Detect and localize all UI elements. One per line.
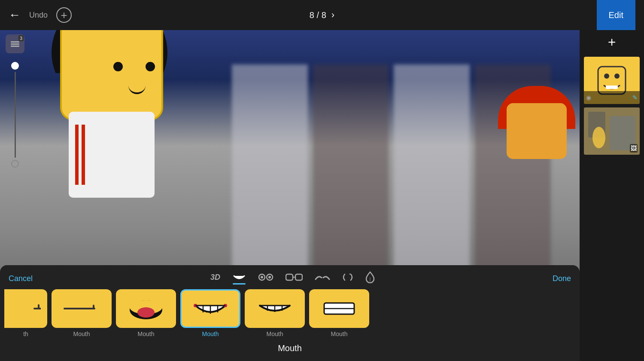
tab-glasses[interactable] bbox=[286, 272, 303, 285]
svg-rect-0 bbox=[11, 41, 19, 43]
mouth-item-partial[interactable]: th bbox=[4, 289, 47, 337]
back-button[interactable]: ← bbox=[9, 8, 21, 22]
slider-track[interactable] bbox=[15, 72, 16, 158]
svg-rect-7 bbox=[598, 67, 626, 94]
slider-top[interactable] bbox=[11, 62, 19, 70]
mouth-item-label-6: Mouth bbox=[331, 330, 348, 337]
thumbnail-1[interactable]: ◉ ✎ bbox=[584, 57, 640, 104]
svg-point-9 bbox=[614, 73, 620, 79]
top-toolbar: ← Undo + 8 / 8 › Edit bbox=[0, 0, 644, 30]
page-indicator: 8 / 8 bbox=[310, 10, 326, 20]
svg-point-32 bbox=[137, 307, 155, 318]
layer-badge[interactable]: 3 bbox=[6, 34, 24, 53]
right-panel: + ◉ ✎ bbox=[580, 30, 644, 361]
right-panel-add-button[interactable]: + bbox=[608, 34, 616, 50]
tab-icons: 3D bbox=[46, 271, 540, 286]
lego-figure-left bbox=[26, 30, 240, 271]
thumb1-overlay: ◉ ✎ bbox=[584, 91, 640, 104]
lego-head-right bbox=[507, 103, 567, 159]
toolbar-left: ← Undo + bbox=[9, 7, 597, 23]
mouth-tile-2 bbox=[52, 289, 112, 328]
undo-button[interactable]: Undo bbox=[29, 11, 48, 20]
add-circle-button[interactable]: + bbox=[56, 7, 72, 23]
mouth-item-2[interactable]: Mouth bbox=[52, 289, 112, 337]
tab-brows[interactable] bbox=[315, 273, 330, 284]
body-stripe-2 bbox=[82, 125, 85, 185]
svg-point-14 bbox=[592, 127, 605, 148]
lego-body bbox=[69, 112, 155, 198]
mouth-tile-partial bbox=[4, 289, 47, 328]
lego-figure-right bbox=[498, 103, 575, 275]
mouth-item-label-5: Mouth bbox=[267, 330, 283, 337]
thumbnail-2[interactable]: 🖼 bbox=[584, 107, 640, 155]
lego-eye-right bbox=[146, 62, 155, 71]
mouth-item-4[interactable]: Mouth bbox=[180, 289, 240, 337]
mouth-item-label-partial: th bbox=[23, 330, 28, 337]
tab-eyes[interactable] bbox=[258, 272, 273, 285]
svg-rect-2 bbox=[11, 46, 19, 47]
mouth-item-3[interactable]: Mouth bbox=[116, 289, 176, 337]
mouth-tile-6 bbox=[309, 289, 369, 328]
svg-point-18 bbox=[268, 276, 271, 278]
svg-rect-20 bbox=[295, 274, 302, 280]
lego-smile bbox=[128, 86, 146, 94]
selected-mouth-name: Mouth bbox=[0, 342, 580, 357]
svg-rect-10 bbox=[606, 86, 618, 89]
svg-rect-19 bbox=[286, 274, 293, 280]
svg-point-16 bbox=[261, 276, 263, 278]
thumb-eye-icon: ◉ bbox=[586, 94, 591, 101]
next-page-button[interactable]: › bbox=[331, 9, 334, 21]
mouth-item-5[interactable]: Mouth bbox=[245, 289, 305, 337]
toolbar-right: Edit bbox=[597, 0, 635, 30]
thumbnail-img-2: 🖼 bbox=[584, 107, 640, 155]
tab-drop[interactable] bbox=[365, 271, 375, 286]
mouth-items-row: th Mouth Mouth bbox=[0, 289, 580, 342]
body-stripe-1 bbox=[75, 125, 79, 185]
mouth-item-6[interactable]: Mouth bbox=[309, 289, 369, 337]
mouth-item-label-4: Mouth bbox=[202, 330, 219, 337]
mouth-item-label-3: Mouth bbox=[138, 330, 155, 337]
thumb2-background: 🖼 bbox=[584, 107, 640, 155]
slider-bottom[interactable] bbox=[11, 160, 19, 168]
thumb-edit-icon: ✎ bbox=[632, 94, 638, 101]
mouth-tile-5 bbox=[245, 289, 305, 328]
lego-head bbox=[60, 30, 163, 120]
tab-rotate[interactable] bbox=[342, 272, 353, 285]
layer-number: 3 bbox=[18, 35, 24, 41]
mouth-tile-4 bbox=[180, 289, 240, 328]
edit-button[interactable]: Edit bbox=[597, 0, 635, 30]
svg-rect-1 bbox=[11, 43, 19, 45]
tab-mouth[interactable] bbox=[232, 272, 246, 285]
tab-3d[interactable]: 3D bbox=[210, 273, 220, 285]
svg-point-8 bbox=[604, 73, 609, 79]
bottom-panel: Cancel 3D bbox=[0, 265, 580, 361]
thumb-photo-icon: 🖼 bbox=[630, 144, 638, 153]
thumbnail-img-1: ◉ ✎ bbox=[584, 57, 640, 104]
toolbar-center: 8 / 8 › bbox=[310, 9, 334, 21]
done-button[interactable]: Done bbox=[553, 274, 571, 283]
mouth-tile-3 bbox=[116, 289, 176, 328]
cancel-button[interactable]: Cancel bbox=[9, 274, 33, 283]
mouth-item-label-2: Mouth bbox=[73, 330, 90, 337]
bottom-tabs: Cancel 3D bbox=[0, 265, 580, 289]
lego-eye-left bbox=[113, 62, 123, 71]
